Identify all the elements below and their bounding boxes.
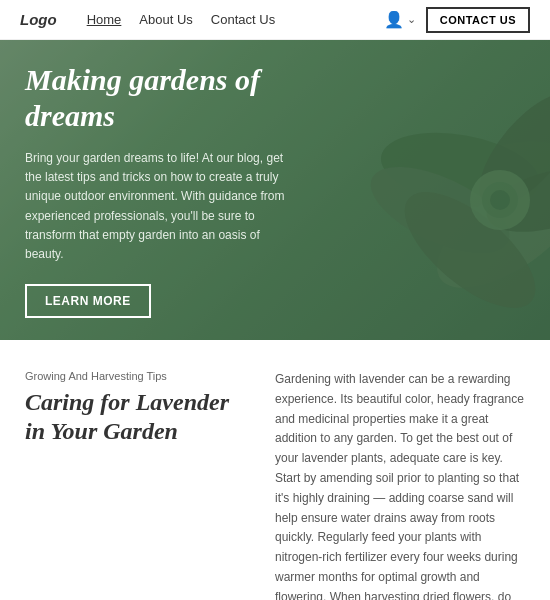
account-icon[interactable]: 👤⌄ [384,10,416,29]
learn-more-button[interactable]: LEARN MORE [25,284,151,318]
article-section: Growing And Harvesting Tips Caring for L… [0,340,550,600]
article-left: Growing And Harvesting Tips Caring for L… [25,370,250,600]
nav-home[interactable]: Home [87,12,122,27]
nav-links: Home About Us Contact Us [87,12,384,27]
nav-about[interactable]: About Us [139,12,192,27]
hero-title: Making gardens of dreams [25,62,295,134]
nav-right: 👤⌄ CONTACT US [384,7,530,33]
navbar: Logo Home About Us Contact Us 👤⌄ CONTACT… [0,0,550,40]
article-title: Caring for Lavender in Your Garden [25,388,250,446]
hero-section: Making gardens of dreams Bring your gard… [0,40,550,340]
contact-us-button[interactable]: CONTACT US [426,7,530,33]
hero-content: Making gardens of dreams Bring your gard… [0,40,320,340]
logo: Logo [20,11,57,28]
nav-contact[interactable]: Contact Us [211,12,275,27]
article-body: Gardening with lavender can be a rewardi… [275,370,525,600]
hero-description: Bring your garden dreams to life! At our… [25,149,295,264]
article-tag: Growing And Harvesting Tips [25,370,250,382]
